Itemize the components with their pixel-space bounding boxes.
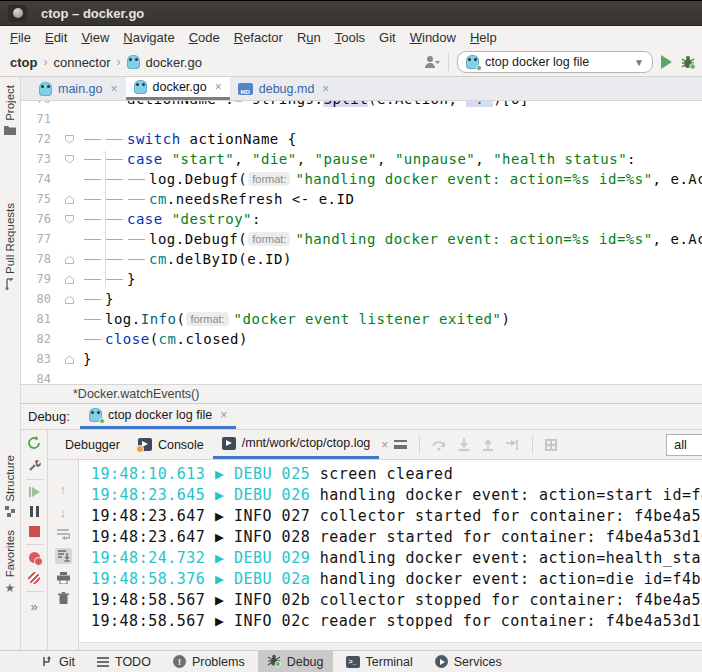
pause-button[interactable] bbox=[28, 506, 40, 517]
close-icon[interactable]: × bbox=[220, 408, 227, 422]
window-control-button[interactable] bbox=[8, 5, 27, 22]
view-breakpoints-button[interactable] bbox=[29, 552, 40, 563]
line-number[interactable]: 71 bbox=[21, 112, 55, 126]
tab-log-file[interactable]: /mnt/work/ctop/ctop.log bbox=[213, 430, 380, 459]
fold-marker-icon[interactable] bbox=[55, 195, 83, 204]
line-number[interactable]: 80 bbox=[21, 292, 55, 306]
code-line[interactable]: 77log.Debugf(format:"handling docker eve… bbox=[21, 229, 702, 249]
trash-icon[interactable] bbox=[58, 592, 69, 604]
code-line[interactable]: 75cm.needsRefresh <- e.ID bbox=[21, 189, 702, 209]
line-number[interactable]: 83 bbox=[21, 352, 55, 366]
mute-breakpoints-button[interactable] bbox=[28, 572, 40, 584]
code-line[interactable]: 82close(cm.closed) bbox=[21, 329, 702, 349]
step-out-icon[interactable] bbox=[482, 438, 494, 451]
toolwindow-git[interactable]: Git bbox=[32, 651, 84, 672]
line-number[interactable]: 72 bbox=[21, 132, 55, 146]
wrench-icon[interactable] bbox=[28, 459, 41, 472]
debug-button[interactable] bbox=[680, 54, 696, 70]
stop-button[interactable] bbox=[29, 526, 40, 537]
line-number[interactable]: 82 bbox=[21, 332, 55, 346]
menu-run[interactable]: Run bbox=[290, 28, 328, 47]
menu-file[interactable]: File bbox=[3, 28, 38, 47]
soft-wrap-icon[interactable] bbox=[56, 528, 70, 540]
code-line[interactable]: 70actionName := strings.Split(e.Action, … bbox=[21, 101, 702, 109]
code-line[interactable]: 80} bbox=[21, 289, 702, 309]
sidebar-item-favorites[interactable]: Favorites ★ bbox=[0, 530, 20, 595]
toolwindow-debug[interactable]: Debug bbox=[258, 651, 333, 672]
code-line[interactable]: 84 bbox=[21, 369, 702, 384]
breadcrumb-project[interactable]: ctop bbox=[10, 55, 37, 70]
menu-tools[interactable]: Tools bbox=[328, 28, 372, 47]
tab-debug-md[interactable]: MD debug.md × bbox=[230, 77, 338, 100]
evaluate-expression-icon[interactable] bbox=[545, 439, 557, 451]
fold-marker-icon[interactable] bbox=[55, 215, 83, 224]
line-number[interactable]: 70 bbox=[21, 101, 55, 106]
more-actions-button[interactable]: » bbox=[30, 599, 37, 614]
menu-git[interactable]: Git bbox=[372, 28, 403, 47]
toolwindow-problems[interactable]: ! Problems bbox=[164, 651, 254, 672]
log-console[interactable]: 19:48:10.613 ▶ DEBU 025 screen cleared19… bbox=[79, 460, 702, 650]
run-button[interactable] bbox=[661, 55, 672, 69]
line-number[interactable]: 78 bbox=[21, 252, 55, 266]
breadcrumb-package[interactable]: connector bbox=[53, 55, 110, 70]
close-icon[interactable]: × bbox=[215, 80, 222, 94]
code-line[interactable]: 71 bbox=[21, 109, 702, 129]
tab-docker-go[interactable]: docker.go × bbox=[126, 77, 230, 100]
step-into-icon[interactable] bbox=[458, 438, 470, 451]
line-number[interactable]: 75 bbox=[21, 192, 55, 206]
line-number[interactable]: 84 bbox=[21, 372, 55, 384]
rerun-button[interactable] bbox=[27, 436, 41, 450]
close-icon[interactable]: × bbox=[110, 82, 117, 96]
down-arrow-icon[interactable]: ↓ bbox=[60, 505, 67, 520]
scroll-to-end-icon[interactable] bbox=[55, 548, 72, 564]
menu-edit[interactable]: Edit bbox=[38, 28, 74, 47]
code-line[interactable]: 76case "destroy": bbox=[21, 209, 702, 229]
code-line[interactable]: 81log.Info(format:"docker event listener… bbox=[21, 309, 702, 329]
menu-window[interactable]: Window bbox=[403, 28, 463, 47]
tab-main-go[interactable]: main.go × bbox=[31, 77, 126, 100]
horizontal-scrollbar[interactable] bbox=[79, 642, 702, 650]
fold-marker-icon[interactable] bbox=[55, 155, 83, 164]
sidebar-item-project[interactable]: Project bbox=[0, 85, 20, 135]
menu-refactor[interactable]: Refactor bbox=[227, 28, 290, 47]
close-icon[interactable]: × bbox=[322, 82, 329, 96]
fold-marker-icon[interactable] bbox=[55, 355, 83, 364]
toolwindow-terminal[interactable]: >_ Terminal bbox=[337, 651, 422, 672]
line-number[interactable]: 74 bbox=[21, 172, 55, 186]
layout-settings-icon[interactable] bbox=[394, 440, 407, 449]
fold-marker-icon[interactable] bbox=[55, 135, 83, 144]
debug-session-tab[interactable]: ctop docker log file × bbox=[80, 404, 236, 429]
fold-marker-icon[interactable] bbox=[55, 295, 83, 304]
sidebar-item-structure[interactable]: Structure bbox=[0, 455, 20, 517]
menu-navigate[interactable]: Navigate bbox=[116, 28, 181, 47]
tab-debugger[interactable]: Debugger bbox=[56, 430, 129, 459]
breadcrumb-file[interactable]: docker.go bbox=[146, 55, 202, 70]
step-over-icon[interactable] bbox=[432, 439, 446, 451]
toolwindow-services[interactable]: Services bbox=[426, 651, 511, 672]
menu-code[interactable]: Code bbox=[182, 28, 227, 47]
tab-console[interactable]: Console bbox=[129, 430, 213, 459]
fold-marker-icon[interactable] bbox=[55, 255, 83, 264]
run-configuration-select[interactable]: ctop docker log file ▼ bbox=[457, 51, 653, 73]
vcs-user-icon[interactable] bbox=[424, 55, 440, 69]
line-number[interactable]: 81 bbox=[21, 312, 55, 326]
code-line[interactable]: 72switch actionName { bbox=[21, 129, 702, 149]
line-number[interactable]: 76 bbox=[21, 212, 55, 226]
code-line[interactable]: 74log.Debugf(format:"handling docker eve… bbox=[21, 169, 702, 189]
line-number[interactable]: 77 bbox=[21, 232, 55, 246]
code-line[interactable]: 79} bbox=[21, 269, 702, 289]
code-line[interactable]: 78cm.delByID(e.ID) bbox=[21, 249, 702, 269]
print-icon[interactable] bbox=[57, 572, 70, 584]
up-arrow-icon[interactable]: ↑ bbox=[60, 482, 67, 497]
line-number[interactable]: 73 bbox=[21, 152, 55, 166]
code-line[interactable]: 83} bbox=[21, 349, 702, 369]
run-to-cursor-icon[interactable] bbox=[506, 439, 520, 451]
code-line[interactable]: 73case "start", "die", "pause", "unpause… bbox=[21, 149, 702, 169]
line-number[interactable]: 79 bbox=[21, 272, 55, 286]
sidebar-item-pull-requests[interactable]: Pull Requests bbox=[0, 203, 20, 290]
close-icon[interactable]: × bbox=[381, 438, 388, 452]
method-breadcrumb[interactable]: *Docker.watchEvents() bbox=[73, 387, 199, 401]
resume-button[interactable] bbox=[29, 487, 40, 497]
toolwindow-todo[interactable]: TODO bbox=[88, 651, 160, 672]
log-filter-select[interactable]: all bbox=[666, 434, 702, 456]
